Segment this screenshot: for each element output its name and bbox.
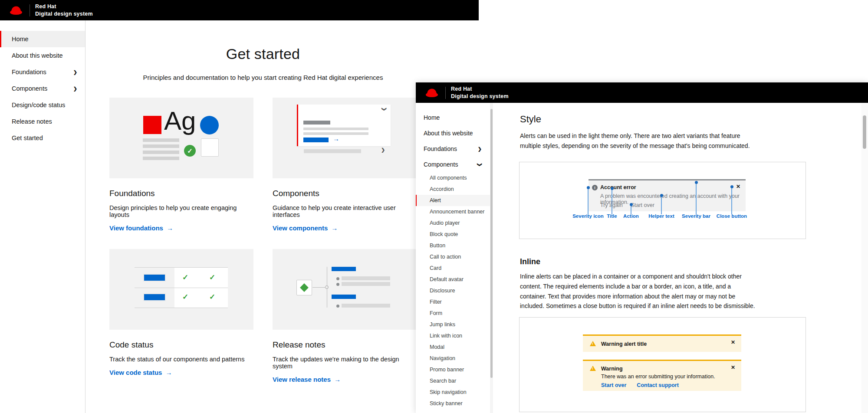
card-description: Design principles to help you create eng… [109, 204, 253, 218]
check-circle-icon: ✓ [184, 145, 196, 157]
blue-circle-shape [200, 116, 219, 134]
chevron-down-icon: ❯ [477, 162, 483, 166]
masthead-title[interactable]: Red Hat Digital design system [451, 85, 509, 100]
subitem-announcement-banner[interactable]: Announcement banner [416, 206, 490, 217]
text-line-bar [143, 144, 179, 148]
sidebar-item-label: Foundations [424, 145, 457, 152]
arrow-right-icon: → [334, 376, 341, 383]
accordion-panel-shape: ❯ → [297, 105, 391, 146]
link-label: View code status [109, 369, 162, 376]
brand-line1: Red Hat [451, 85, 509, 92]
subitem-link-with-icon[interactable]: Link with icon [416, 330, 490, 341]
subitem-card[interactable]: Card [416, 262, 490, 274]
alert-action-start-over[interactable]: Start over [631, 202, 654, 208]
view-components-link[interactable]: View components→ [273, 224, 417, 232]
sidebar-item-home[interactable]: Home [0, 31, 85, 47]
card-description: Track the updates we're making to the de… [273, 356, 417, 370]
subitem-disclosure[interactable]: Disclosure [416, 285, 490, 296]
subitem-label: Filter [430, 299, 442, 305]
text-line-bar [143, 151, 179, 154]
inline-example-box: ! Warning alert title ✕ ! Warning There … [519, 317, 806, 412]
sidebar-item-foundations[interactable]: Foundations❯ [0, 64, 85, 80]
alert-page-content: Style Alerts can be used in the light th… [493, 103, 861, 413]
inline-section-title: Inline [520, 257, 861, 266]
arrow-right-icon: → [165, 369, 172, 376]
subitem-label: Call to action [430, 254, 461, 260]
red-hat-logo-icon [9, 5, 23, 16]
sidebar-item-foundations[interactable]: Foundations❯ [416, 141, 490, 157]
page-subtitle: Principles and documentation to help you… [109, 74, 417, 81]
subitem-form[interactable]: Form [416, 308, 490, 319]
sidebar-item-components[interactable]: Components❯ [416, 157, 490, 172]
white-square-shape [201, 138, 219, 157]
subitem-sticky-banner[interactable]: Sticky banner [416, 398, 490, 409]
anatomy-label: Close button [717, 213, 747, 219]
connector-line [312, 287, 326, 288]
subitem-label: Block quote [430, 231, 458, 237]
contact-support-link[interactable]: Contact support [637, 382, 679, 388]
sidebar-item-home[interactable]: Home [416, 110, 490, 125]
page-scrollbar-thumb[interactable] [863, 115, 866, 149]
view-release-notes-link[interactable]: View release notes→ [273, 376, 417, 383]
subitem-filter[interactable]: Filter [416, 296, 490, 308]
warning-alert-title: Warning alert title [601, 341, 647, 347]
subitem-label: Alert [430, 197, 441, 203]
page-scrollbar[interactable] [861, 103, 868, 413]
subitem-modal[interactable]: Modal [416, 341, 490, 353]
bullet-dot [336, 277, 339, 280]
masthead: Red Hat Digital design system [0, 0, 479, 20]
card-description: Track the status of our components and p… [109, 356, 253, 363]
subitem-skip-navigation[interactable]: Skip navigation [416, 387, 490, 398]
subitem-call-to-action[interactable]: Call to action [416, 251, 490, 262]
chevron-right-icon: ❯ [478, 146, 482, 152]
subitem-label: Modal [430, 344, 444, 350]
subitem-label: Promo banner [430, 367, 464, 373]
warning-alert-title-only: ! Warning alert title ✕ [583, 334, 741, 352]
release-node-box [296, 280, 312, 295]
subitem-audio-player[interactable]: Audio player [416, 217, 490, 229]
sidebar-item-label: Design/code status [12, 102, 65, 108]
masthead-title[interactable]: Red Hat Digital design system [35, 3, 93, 17]
view-foundations-link[interactable]: View foundations→ [109, 224, 253, 232]
subitem-promo-banner[interactable]: Promo banner [416, 364, 490, 375]
text-line-bar [143, 138, 179, 142]
close-icon[interactable]: ✕ [736, 184, 740, 190]
start-over-link[interactable]: Start over [601, 382, 626, 388]
view-code-status-link[interactable]: View code status→ [109, 369, 253, 376]
anatomy-label: Severity icon [572, 213, 604, 219]
subitem-label: Link with icon [430, 333, 462, 339]
subitem-label: Audio player [430, 220, 460, 226]
text-line-bar [143, 157, 179, 160]
sidebar-item-get-started[interactable]: Get started [0, 130, 85, 146]
close-icon[interactable]: ✕ [731, 364, 735, 370]
inline-section-paragraph: Inline alerts can be placed in a contain… [520, 272, 758, 311]
link-label: View foundations [109, 224, 163, 232]
sidebar-item-components[interactable]: Components❯ [0, 80, 85, 97]
subitem-accordion[interactable]: Accordion [416, 184, 490, 195]
subitem-alert[interactable]: Alert [416, 195, 490, 206]
sidebar-item-label: About this website [12, 52, 63, 59]
link-label: View release notes [273, 376, 331, 383]
subitem-label: Jump links [430, 321, 455, 328]
subitem-search-bar[interactable]: Search bar [416, 375, 490, 387]
arrow-right-icon: → [333, 135, 339, 142]
subitem-default-avatar[interactable]: Default avatar [416, 274, 490, 285]
severity-icon: ! [592, 185, 598, 190]
sidebar-item-about[interactable]: About this website [0, 47, 85, 64]
subitem-jump-links[interactable]: Jump links [416, 319, 490, 330]
subitem-navigation[interactable]: Navigation [416, 353, 490, 364]
sidebar-item-release-notes[interactable]: Release notes [0, 113, 85, 130]
subitem-block-quote[interactable]: Block quote [416, 229, 490, 240]
check-icon: ✓ [209, 292, 215, 302]
sidebar-item-design-code-status[interactable]: Design/code status [0, 97, 85, 113]
check-icon: ✓ [209, 273, 215, 282]
subitem-label: All components [430, 175, 467, 181]
subitem-button[interactable]: Button [416, 240, 490, 251]
subitem-all-components[interactable]: All components [416, 172, 490, 184]
anatomy-label: Severity bar [682, 213, 710, 219]
sidebar-item-label: Home [424, 114, 440, 121]
sidebar-item-about[interactable]: About this website [416, 125, 490, 141]
button-bar [303, 138, 329, 142]
components-illustration: ❯ → ❯ [273, 98, 417, 178]
close-icon[interactable]: ✕ [731, 339, 735, 345]
